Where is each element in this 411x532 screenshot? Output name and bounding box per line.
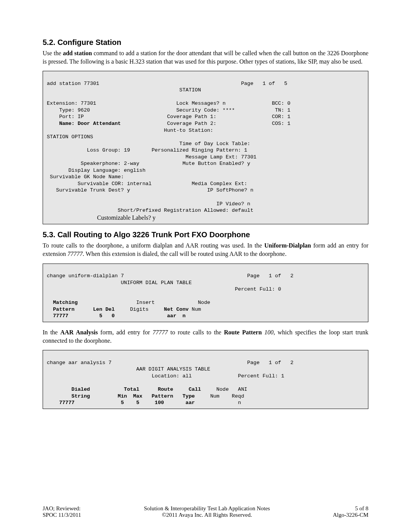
hdr-min-max: Min Max	[90, 393, 142, 399]
code-line: STATION OPTIONS	[47, 134, 93, 140]
code-line: IP Video? n	[47, 201, 250, 207]
footer-left: JAO; Reviewed: SPOC 11/3/2011	[43, 505, 81, 518]
hdr-type: Type	[173, 393, 195, 399]
footer-reviewer: JAO; Reviewed:	[43, 505, 81, 512]
section-number: 5.3.	[43, 230, 55, 239]
code-line: STATION	[47, 87, 201, 93]
code-line-tail: Coverage Path 2: COS: 1	[121, 121, 290, 126]
row-77777b: 77777	[47, 400, 75, 406]
code-line: add station 77301 Page 1 of 5	[47, 81, 287, 86]
row-gap	[115, 313, 167, 319]
hdr-node-ani: Node ANI	[201, 387, 247, 392]
code-line: Location: all Percent Full: 1	[47, 373, 284, 379]
ext-77777: 77777	[67, 251, 83, 257]
section-5-3-p1: To route calls to the doorphone, a unifo…	[43, 241, 368, 258]
section-title: Configure Station	[57, 38, 121, 46]
hdr-net-conv: Net Conv	[164, 307, 192, 312]
code-line: Hunt-to Station:	[47, 128, 213, 133]
hdr-pattern-len-del: Pattern Len Del	[47, 307, 115, 312]
customizable-labels-line: Customizable Labels? y	[47, 214, 156, 221]
footer-title: Solution & Interoperability Test Lab App…	[81, 505, 333, 512]
hdr-string: String	[47, 393, 90, 399]
ext-77777-b: 77777	[153, 329, 168, 335]
row-77777: 77777 5 0	[47, 313, 115, 319]
hdr-route: Route	[139, 387, 173, 392]
add-station-output: add station 77301 Page 1 of 5 STATION Ex…	[43, 71, 368, 224]
code-line: Percent Full: 0	[47, 286, 281, 292]
hdr-dialed: Dialed	[47, 387, 90, 392]
code-line: Time of Day Lock Table:	[47, 141, 250, 147]
code-line: Short/Prefixed Registration Allowed: def…	[47, 208, 253, 213]
hdr-num-reqd: Num Reqd	[195, 393, 244, 399]
code-line: AAR DIGIT ANALYSIS TABLE	[47, 366, 210, 372]
uniform-dialplan-label: Uniform-Dialplan	[264, 242, 311, 249]
route-pattern-100: 100	[264, 329, 274, 335]
section-5-3-p2: In the AAR Analysis form, add entry for …	[43, 328, 368, 345]
route-pattern-label: Route Pattern	[224, 329, 262, 335]
code-name-line: Name: Door Attendant	[47, 121, 121, 126]
code-line: Extension: 77301 Lock Messages? n BCC: 0	[47, 101, 290, 106]
code-line: change uniform-dialplan 7 Page 1 of 2	[47, 273, 293, 279]
code-line: Speakerphone: 2-way Mute Button Enabled?…	[47, 161, 250, 166]
footer-page-number: 5 of 8	[333, 505, 368, 512]
footer-spoc-date: SPOC 11/3/2011	[43, 512, 81, 518]
hdr-call: Call	[173, 387, 201, 392]
code-line: Port: IP Coverage Path 1: COR: 1	[47, 114, 290, 120]
p2-space	[262, 329, 264, 335]
p1-post: . When this extension is dialed, the cal…	[83, 251, 287, 257]
section-5-2-intro: Use the add station command to add a sta…	[43, 49, 368, 66]
code-line: change aar analysis 7 Page 1 of 2	[47, 360, 293, 366]
footer-doc-id: Algo-3226-CM	[333, 512, 368, 518]
footer-right: 5 of 8 Algo-3226-CM	[333, 505, 368, 518]
row-n: n	[195, 400, 241, 406]
p2-mid1: form, add entry for	[98, 329, 153, 335]
aar-analysis-label: AAR Analysis	[61, 329, 98, 335]
footer-center: Solution & Interoperability Test Lab App…	[81, 505, 333, 518]
footer-copyright: ©2011 Avaya Inc. All Rights Reserved.	[81, 512, 333, 518]
row-5-5: 5 5	[75, 400, 139, 406]
row-aar: aar	[164, 400, 195, 406]
section-5-2-heading: 5.2. Configure Station	[43, 38, 368, 47]
section-number: 5.2.	[43, 38, 55, 46]
p2-pre: In the	[43, 329, 61, 335]
code-line: Message Lamp Ext: 77301	[47, 154, 256, 160]
add-station-command: add station	[63, 50, 92, 56]
uniform-dialplan-output: change uniform-dialplan 7 Page 1 of 2 UN…	[43, 264, 368, 322]
row-aar-n: aar n	[167, 313, 186, 319]
hdr-insert-node: Insert Node	[78, 300, 210, 305]
code-line: Type: 9620 Security Code: **** TN: 1	[47, 107, 290, 113]
code-line: Display Language: english	[47, 168, 145, 173]
section-5-3-heading: 5.3. Call Routing to Algo 3226 Trunk Por…	[43, 230, 368, 239]
row-100: 100	[139, 400, 164, 406]
code-line: Survivable GK Node Name:	[47, 174, 124, 180]
code-line: Loss Group: 19 Personalized Ringing Patt…	[47, 147, 247, 153]
p1-pre: To route calls to the doorphone, a unifo…	[43, 242, 264, 249]
section-title: Call Routing to Algo 3226 Trunk Port FXO…	[57, 230, 250, 239]
hdr-digits: Digits	[115, 307, 164, 312]
code-line: Survivable Trunk Dest? y IP SoftPhone? n	[47, 187, 253, 193]
intro-pre: Use the	[43, 50, 63, 56]
p2-mid2: to route calls to the	[168, 329, 224, 335]
code-line: UNIFORM DIAL PLAN TABLE	[47, 280, 192, 286]
code-line: Survivable COR: internal Media Complex E…	[47, 181, 247, 187]
hdr-total: Total	[90, 387, 139, 392]
page-footer: JAO; Reviewed: SPOC 11/3/2011 Solution &…	[43, 505, 368, 518]
hdr-num: Num	[192, 307, 201, 312]
aar-analysis-output: change aar analysis 7 Page 1 of 2 AAR DI…	[43, 350, 368, 409]
hdr-matching: Matching	[47, 300, 78, 305]
hdr-pattern2: Pattern	[142, 393, 173, 399]
